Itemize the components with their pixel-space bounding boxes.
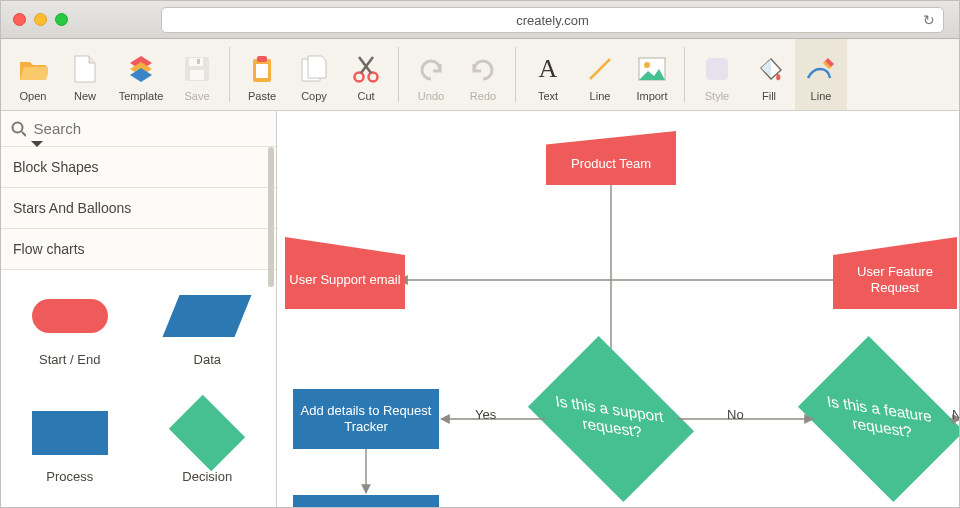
toolbar-separator <box>515 47 516 102</box>
document-new-icon <box>73 52 97 86</box>
toolbar-separator <box>398 47 399 102</box>
save-button[interactable]: Save <box>171 39 223 110</box>
url-text: creately.com <box>516 13 589 28</box>
template-button[interactable]: Template <box>111 39 171 110</box>
open-button[interactable]: Open <box>7 39 59 110</box>
shape-start-end[interactable]: Start / End <box>1 286 139 393</box>
text-tool-button[interactable]: A Text <box>522 39 574 110</box>
search-icon <box>11 121 26 137</box>
svg-rect-1 <box>189 58 203 66</box>
shape-palette: Start / End Data Process Decision <box>1 270 276 508</box>
search-input[interactable] <box>34 120 266 137</box>
fill-bucket-icon <box>755 52 783 86</box>
import-button[interactable]: Import <box>626 39 678 110</box>
shape-data[interactable]: Data <box>139 286 277 393</box>
svg-rect-12 <box>706 58 728 80</box>
url-bar[interactable]: creately.com ↻ <box>161 7 944 33</box>
save-icon <box>184 52 210 86</box>
toolbar-separator <box>684 47 685 102</box>
edge-label-yes: Yes <box>475 407 496 422</box>
cut-button[interactable]: Cut <box>340 39 392 110</box>
shape-search <box>1 111 276 147</box>
category-flow-charts[interactable]: Flow charts <box>1 229 276 270</box>
node-add-details[interactable]: Add details to Request Tracker <box>293 389 439 449</box>
shape-decision[interactable]: Decision <box>139 403 277 509</box>
close-window-button[interactable] <box>13 13 26 26</box>
cut-icon <box>353 52 379 86</box>
edge-label-n: N <box>952 407 959 422</box>
sidebar-scrollbar[interactable] <box>268 147 274 507</box>
svg-line-14 <box>22 132 26 136</box>
line-tool-button[interactable]: Line <box>574 39 626 110</box>
reload-icon[interactable]: ↻ <box>923 12 935 28</box>
import-image-icon <box>638 52 666 86</box>
paste-button[interactable]: Paste <box>236 39 288 110</box>
minimize-window-button[interactable] <box>34 13 47 26</box>
shape-process[interactable]: Process <box>1 403 139 509</box>
svg-line-9 <box>590 59 610 79</box>
main-toolbar: Open New Template Save <box>1 39 959 111</box>
node-user-feature[interactable]: User Feature Request <box>833 237 957 309</box>
workspace: Block Shapes Stars And Balloons Flow cha… <box>1 111 959 508</box>
node-user-support[interactable]: User Support email <box>285 237 405 309</box>
traffic-lights <box>13 13 68 26</box>
dropdown-caret-icon <box>31 141 43 147</box>
category-stars-balloons[interactable]: Stars And Balloons <box>1 188 276 229</box>
svg-rect-5 <box>257 56 267 62</box>
zoom-window-button[interactable] <box>55 13 68 26</box>
new-button[interactable]: New <box>59 39 111 110</box>
copy-button[interactable]: Copy <box>288 39 340 110</box>
copy-icon <box>300 52 328 86</box>
svg-point-8 <box>369 72 378 81</box>
undo-icon <box>417 52 445 86</box>
style-button[interactable]: Style <box>691 39 743 110</box>
svg-rect-2 <box>190 70 204 80</box>
node-support-question[interactable]: Is this a support request? <box>561 369 661 469</box>
diagram-canvas[interactable]: Product Team User Support email User Fea… <box>277 111 959 508</box>
fill-button[interactable]: Fill <box>743 39 795 110</box>
text-icon: A <box>539 52 558 86</box>
redo-icon <box>469 52 497 86</box>
edge-label-no: No <box>727 407 744 422</box>
svg-point-7 <box>355 72 364 81</box>
pencil-line-icon <box>806 52 836 86</box>
toolbar-separator <box>229 47 230 102</box>
line-icon <box>587 52 613 86</box>
svg-rect-3 <box>197 59 200 64</box>
svg-point-11 <box>644 62 650 68</box>
template-icon <box>126 52 156 86</box>
redo-button[interactable]: Redo <box>457 39 509 110</box>
svg-point-13 <box>13 122 23 132</box>
node-feature-question[interactable]: Is this a feature request? <box>831 369 931 469</box>
browser-chrome: creately.com ↻ <box>1 1 959 39</box>
svg-rect-6 <box>256 64 268 78</box>
paste-icon <box>250 52 274 86</box>
line-style-button[interactable]: Line <box>795 39 847 110</box>
node-partial-bottom[interactable] <box>293 495 439 508</box>
folder-open-icon <box>18 52 48 86</box>
style-icon <box>704 52 730 86</box>
undo-button[interactable]: Undo <box>405 39 457 110</box>
shape-sidebar: Block Shapes Stars And Balloons Flow cha… <box>1 111 277 508</box>
category-block-shapes[interactable]: Block Shapes <box>1 147 276 188</box>
node-product-team[interactable]: Product Team <box>546 131 676 185</box>
